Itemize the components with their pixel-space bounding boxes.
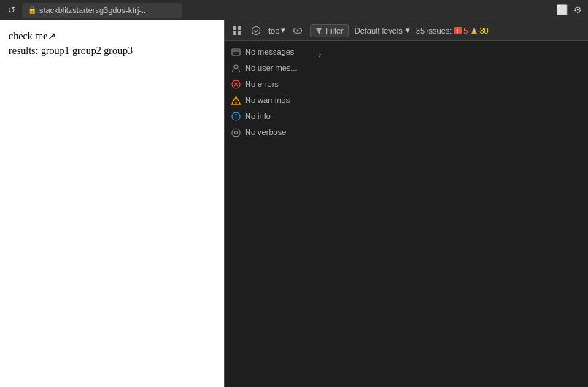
level-selector[interactable]: top ▾ bbox=[268, 26, 285, 35]
browser-preview: check me↗ results: group1 group2 group3 bbox=[0, 20, 225, 387]
console-filter-panel: No messages No user mes... bbox=[225, 41, 312, 387]
svg-point-25 bbox=[234, 131, 237, 134]
filter-errors[interactable]: No errors bbox=[225, 76, 312, 92]
devtools-right-panel: › bbox=[312, 41, 588, 387]
svg-point-14 bbox=[234, 65, 238, 69]
expand-icon[interactable]: › bbox=[318, 48, 322, 60]
user-messages-label: No user mes... bbox=[245, 64, 298, 72]
verbose-icon bbox=[231, 127, 241, 137]
warnings-label: No warnings bbox=[245, 96, 290, 104]
url-bar[interactable]: 🔒 stackblitzstartersg3gdos-ktrj-... bbox=[22, 3, 182, 18]
svg-rect-1 bbox=[238, 26, 241, 30]
browser-toolbar: ↺ 🔒 stackblitzstartersg3gdos-ktrj-... ⬜ … bbox=[0, 0, 588, 20]
warning-icon bbox=[231, 95, 241, 105]
filter-verbose[interactable]: No verbose bbox=[225, 124, 312, 140]
toolbar-right-actions: ⬜ ⚙ bbox=[556, 4, 582, 15]
info-icon bbox=[231, 111, 241, 121]
open-tab-icon[interactable]: ⬜ bbox=[556, 4, 568, 15]
browser-line-1: check me↗ bbox=[9, 29, 215, 44]
browser-content: check me↗ results: group1 group2 group3 bbox=[0, 20, 224, 66]
devtools-panel: top ▾ Filter Default levels ▾ 35 is bbox=[225, 20, 588, 387]
user-icon bbox=[231, 63, 241, 73]
messages-label: No messages bbox=[245, 47, 294, 56]
grid-icon[interactable] bbox=[231, 24, 244, 37]
svg-point-6 bbox=[297, 29, 299, 31]
info-label: No info bbox=[245, 112, 271, 120]
refresh-button[interactable]: ↺ bbox=[6, 4, 18, 16]
svg-point-24 bbox=[232, 129, 240, 137]
verbose-label: No verbose bbox=[245, 128, 286, 137]
issues-count[interactable]: 35 issues: ! 5 ! 30 bbox=[416, 26, 489, 35]
circle-check-icon[interactable] bbox=[249, 24, 263, 37]
filter-messages[interactable]: No messages bbox=[225, 44, 312, 60]
devtools-body: No messages No user mes... bbox=[225, 41, 588, 387]
svg-point-20 bbox=[236, 102, 236, 103]
messages-icon bbox=[231, 47, 241, 57]
svg-text:!: ! bbox=[457, 28, 458, 34]
svg-rect-2 bbox=[233, 31, 236, 35]
error-icon bbox=[231, 79, 241, 89]
svg-rect-3 bbox=[238, 31, 241, 35]
warning-badge: ! 30 bbox=[471, 26, 488, 35]
svg-rect-0 bbox=[233, 26, 236, 30]
levels-button[interactable]: Default levels ▾ bbox=[355, 26, 410, 35]
filter-button[interactable]: Filter bbox=[310, 24, 348, 37]
browser-line-2: results: group1 group2 group3 bbox=[9, 44, 215, 58]
devtools-topbar: top ▾ Filter Default levels ▾ 35 is bbox=[225, 20, 588, 41]
svg-rect-11 bbox=[232, 49, 240, 55]
main-area: check me↗ results: group1 group2 group3 bbox=[0, 20, 588, 387]
lock-icon: 🔒 bbox=[28, 6, 36, 14]
filter-warnings[interactable]: No warnings bbox=[225, 92, 312, 108]
svg-point-23 bbox=[235, 114, 236, 115]
settings-icon[interactable]: ⚙ bbox=[573, 4, 582, 15]
filter-user-messages[interactable]: No user mes... bbox=[225, 60, 312, 76]
errors-label: No errors bbox=[245, 80, 279, 88]
svg-point-4 bbox=[252, 26, 260, 34]
svg-text:!: ! bbox=[473, 29, 475, 34]
url-text: stackblitzstartersg3gdos-ktrj-... bbox=[39, 6, 148, 15]
error-badge: ! 5 bbox=[454, 26, 468, 35]
eye-icon[interactable] bbox=[291, 24, 304, 37]
filter-info[interactable]: No info bbox=[225, 108, 312, 124]
